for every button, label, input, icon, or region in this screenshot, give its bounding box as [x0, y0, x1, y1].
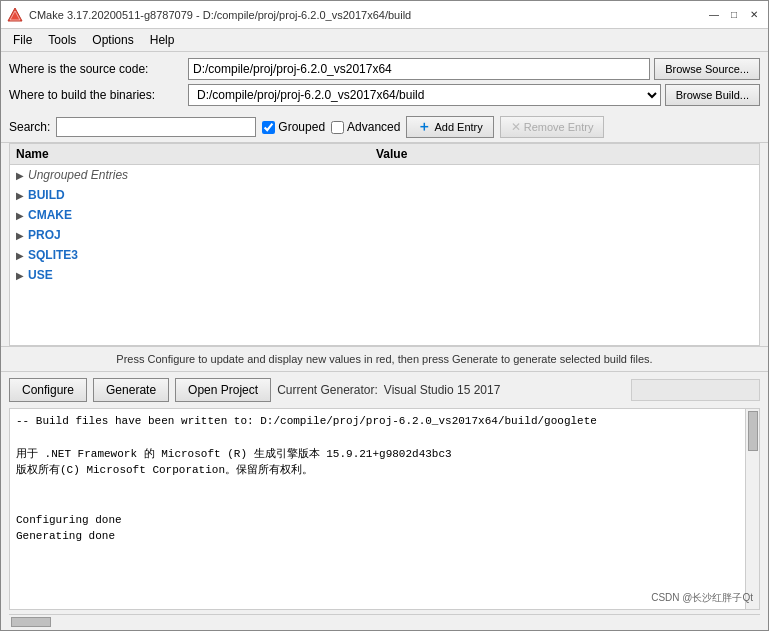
source-input[interactable]: [188, 58, 650, 80]
scrollbar-thumb[interactable]: [748, 411, 758, 451]
status-message: Press Configure to update and display ne…: [116, 353, 652, 365]
current-generator-value: Visual Studio 15 2017: [384, 383, 501, 397]
generate-button[interactable]: Generate: [93, 378, 169, 402]
col-name-header: Name: [16, 147, 376, 161]
advanced-checkbox[interactable]: [331, 121, 344, 134]
minimize-button[interactable]: —: [706, 7, 722, 23]
chevron-right-icon: ▶: [16, 270, 24, 281]
menu-bar: File Tools Options Help: [1, 29, 768, 52]
svg-marker-0: [8, 8, 22, 21]
chevron-right-icon: ▶: [16, 230, 24, 241]
build-group-label: BUILD: [28, 188, 65, 202]
menu-help[interactable]: Help: [142, 31, 183, 49]
output-line-5: [16, 479, 753, 496]
list-item[interactable]: ▶ SQLITE3: [10, 245, 759, 265]
horizontal-scrollbar[interactable]: [9, 614, 760, 628]
form-area: Where is the source code: Browse Source.…: [1, 52, 768, 112]
source-row: Where is the source code: Browse Source.…: [9, 58, 760, 80]
add-entry-label: Add Entry: [434, 121, 482, 133]
use-group-label: USE: [28, 268, 53, 282]
title-bar: CMake 3.17.20200511-g8787079 - D:/compil…: [1, 1, 768, 29]
output-line-6: [16, 495, 753, 512]
menu-file[interactable]: File: [5, 31, 40, 49]
plus-icon: ＋: [417, 118, 431, 136]
table-header: Name Value: [10, 144, 759, 165]
list-item[interactable]: ▶ CMAKE: [10, 205, 759, 225]
title-text: CMake 3.17.20200511-g8787079 - D:/compil…: [29, 9, 411, 21]
source-label: Where is the source code:: [9, 62, 184, 76]
scrollbar-h-thumb[interactable]: [11, 617, 51, 627]
chevron-right-icon: ▶: [16, 250, 24, 261]
title-controls: — □ ✕: [706, 7, 762, 23]
search-row: Search: Grouped Advanced ＋ Add Entry ✕ R…: [1, 112, 768, 143]
output-area: -- Build files have been written to: D:/…: [9, 408, 760, 611]
output-line-2: [16, 429, 753, 446]
list-item[interactable]: ▶ Ungrouped Entries: [10, 165, 759, 185]
search-label: Search:: [9, 120, 50, 134]
proj-group-label: PROJ: [28, 228, 61, 242]
search-input[interactable]: [56, 117, 256, 137]
chevron-right-icon: ▶: [16, 190, 24, 201]
list-item[interactable]: ▶ BUILD: [10, 185, 759, 205]
current-generator-label: Current Generator:: [277, 383, 378, 397]
browse-build-button[interactable]: Browse Build...: [665, 84, 760, 106]
add-entry-button[interactable]: ＋ Add Entry: [406, 116, 493, 138]
sqlite3-group-label: SQLITE3: [28, 248, 78, 262]
close-button[interactable]: ✕: [746, 7, 762, 23]
menu-tools[interactable]: Tools: [40, 31, 84, 49]
action-row: Configure Generate Open Project Current …: [1, 372, 768, 408]
x-icon: ✕: [511, 120, 521, 134]
ungrouped-entries-label: Ungrouped Entries: [28, 168, 128, 182]
maximize-button[interactable]: □: [726, 7, 742, 23]
configure-button[interactable]: Configure: [9, 378, 87, 402]
list-item[interactable]: ▶ USE: [10, 265, 759, 285]
output-line-3: 用于 .NET Framework 的 Microsoft (R) 生成引擎版本…: [16, 446, 753, 463]
vertical-scrollbar[interactable]: [745, 409, 759, 610]
grouped-checkbox-label[interactable]: Grouped: [262, 120, 325, 134]
table-area: Name Value ▶ Ungrouped Entries ▶ BUILD ▶…: [9, 143, 760, 346]
watermark: CSDN @长沙红胖子Qt: [651, 591, 753, 605]
build-select[interactable]: D:/compile/proj/proj-6.2.0_vs2017x64/bui…: [188, 84, 661, 106]
status-bar: Press Configure to update and display ne…: [1, 346, 768, 372]
output-line-8: Generating done: [16, 528, 753, 545]
main-window: CMake 3.17.20200511-g8787079 - D:/compil…: [0, 0, 769, 631]
table-body: ▶ Ungrouped Entries ▶ BUILD ▶ CMAKE ▶ PR…: [10, 165, 759, 345]
output-line-4: 版权所有(C) Microsoft Corporation。保留所有权利。: [16, 462, 753, 479]
menu-options[interactable]: Options: [84, 31, 141, 49]
cmake-icon: [7, 7, 23, 23]
generator-value-box: [631, 379, 760, 401]
output-line-1: -- Build files have been written to: D:/…: [16, 413, 753, 430]
chevron-right-icon: ▶: [16, 170, 24, 181]
output-line-7: Configuring done: [16, 512, 753, 529]
title-bar-left: CMake 3.17.20200511-g8787079 - D:/compil…: [7, 7, 411, 23]
cmake-group-label: CMAKE: [28, 208, 72, 222]
grouped-checkbox[interactable]: [262, 121, 275, 134]
open-project-button[interactable]: Open Project: [175, 378, 271, 402]
browse-source-button[interactable]: Browse Source...: [654, 58, 760, 80]
grouped-label: Grouped: [278, 120, 325, 134]
remove-entry-button[interactable]: ✕ Remove Entry: [500, 116, 605, 138]
build-label: Where to build the binaries:: [9, 88, 184, 102]
advanced-label: Advanced: [347, 120, 400, 134]
col-value-header: Value: [376, 147, 753, 161]
advanced-checkbox-label[interactable]: Advanced: [331, 120, 400, 134]
remove-entry-label: Remove Entry: [524, 121, 594, 133]
output-text: -- Build files have been written to: D:/…: [10, 409, 759, 610]
list-item[interactable]: ▶ PROJ: [10, 225, 759, 245]
build-row: Where to build the binaries: D:/compile/…: [9, 84, 760, 106]
chevron-right-icon: ▶: [16, 210, 24, 221]
